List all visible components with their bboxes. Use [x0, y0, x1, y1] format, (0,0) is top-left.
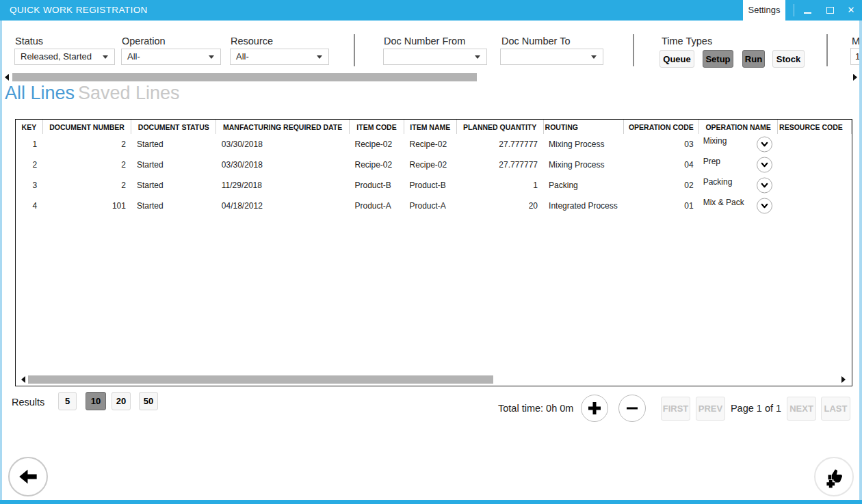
window-title: QUICK WORK REGISTRATION — [10, 0, 148, 21]
table-row[interactable]: 22Started03/30/2018Recipe-02Recipe-0227.… — [16, 155, 852, 175]
cell-routing: Integrated Process — [543, 196, 623, 216]
operation-name-text: Prep — [703, 157, 720, 166]
row-expand-chevron-button[interactable] — [757, 178, 772, 194]
h-scrollbar-thumb[interactable] — [28, 375, 493, 384]
h-scrollbar-thumb[interactable] — [12, 73, 477, 81]
increase-time-button[interactable] — [581, 395, 608, 422]
cell-planned_qty: 27.777777 — [456, 155, 543, 175]
column-header-item_name[interactable]: ITEM NAME — [404, 120, 456, 134]
cell-doc_number: 2 — [42, 155, 131, 175]
thumbs-up-plus-icon — [822, 465, 846, 488]
scroll-right-icon[interactable] — [841, 376, 846, 383]
doc-number-to-dropdown[interactable] — [500, 49, 603, 65]
table-row[interactable]: 32Started11/29/2018Product-BProduct-B1Pa… — [16, 175, 852, 196]
total-time-label: Total time: 0h 0m — [498, 403, 573, 414]
minimize-icon — [804, 12, 811, 14]
cell-item_code: Recipe-02 — [349, 134, 404, 155]
filter-divider — [633, 34, 634, 66]
cell-item_name: Product-A — [404, 196, 456, 216]
cell-req_date: 11/29/2018 — [216, 175, 350, 196]
maximize-button[interactable] — [821, 0, 839, 21]
table-header-row: KEYDOCUMENT NUMBERDOCUMENT STATUSMANFACT… — [16, 120, 852, 134]
row-expand-chevron-button[interactable] — [757, 157, 772, 173]
column-header-op_code[interactable]: OPERATION CODE — [623, 120, 699, 134]
operation-label: Operation — [122, 36, 166, 47]
column-header-doc_number[interactable]: DOCUMENT NUMBER — [42, 120, 131, 134]
cell-resource_code — [778, 155, 852, 175]
back-button[interactable] — [8, 457, 48, 496]
operation-dropdown[interactable]: All- — [121, 49, 221, 65]
results-label: Results — [12, 397, 44, 408]
scroll-left-icon[interactable] — [5, 74, 9, 81]
scroll-left-icon[interactable] — [21, 376, 25, 383]
cell-doc_status: Started — [131, 175, 216, 196]
cell-item_code: Product-B — [349, 175, 404, 196]
table-row[interactable]: 12Started03/30/2018Recipe-02Recipe-0227.… — [16, 134, 852, 155]
column-header-key[interactable]: KEY — [16, 120, 42, 134]
cell-doc_status: Started — [131, 155, 216, 175]
last-page-button[interactable]: LAST — [821, 397, 850, 421]
column-header-req_date[interactable]: MANFACTURING REQUIRED DATE — [216, 120, 350, 134]
app-window: QUICK WORK REGISTRATION Settings ✕ Statu… — [0, 0, 862, 504]
column-header-op_name[interactable]: OPERATION NAME — [699, 120, 778, 134]
row-expand-chevron-button[interactable] — [757, 198, 772, 214]
titlebar[interactable]: QUICK WORK REGISTRATION Settings ✕ — [0, 0, 862, 21]
resource-label: Resource — [231, 36, 273, 47]
page-size-20-button[interactable]: 20 — [112, 392, 131, 410]
cell-routing: Mixing Process — [543, 155, 623, 175]
column-header-resource_code[interactable]: RESOURCE CODE — [778, 120, 852, 134]
prev-page-button[interactable]: PREV — [696, 397, 725, 421]
tab-settings[interactable]: Settings — [743, 0, 785, 21]
cell-req_date: 03/30/2018 — [216, 134, 350, 155]
next-page-button[interactable]: NEXT — [787, 397, 816, 421]
work-orders-table: KEYDOCUMENT NUMBERDOCUMENT STATUSMANFACT… — [15, 119, 852, 386]
status-label: Status — [15, 36, 43, 47]
cell-resource_code — [778, 175, 852, 196]
status-dropdown[interactable]: Released, Started — [14, 49, 115, 65]
data-grid: KEYDOCUMENT NUMBERDOCUMENT STATUSMANFACT… — [16, 120, 852, 216]
close-icon: ✕ — [842, 0, 860, 21]
back-arrow-icon — [17, 466, 39, 488]
chevron-down-icon — [317, 55, 322, 59]
page-size-10-button[interactable]: 10 — [86, 392, 106, 410]
cell-req_date: 04/18/2012 — [216, 196, 350, 216]
window-border-left — [0, 21, 2, 504]
time-type-run-button[interactable]: Run — [742, 50, 765, 68]
cell-item_name: Product-B — [404, 175, 456, 196]
doc-number-from-label: Doc Number From — [384, 36, 465, 47]
time-type-setup-button[interactable]: Setup — [703, 50, 733, 68]
tab-saved-lines[interactable]: Saved Lines — [78, 83, 180, 104]
time-type-queue-button[interactable]: Queue — [659, 50, 694, 68]
column-header-doc_status[interactable]: DOCUMENT STATUS — [131, 120, 216, 134]
first-page-button[interactable]: FIRST — [661, 397, 690, 421]
filters-scrollbar[interactable] — [3, 72, 859, 82]
column-header-routing[interactable]: ROUTING — [543, 120, 623, 134]
chevron-down-icon — [760, 140, 769, 149]
row-expand-chevron-button[interactable] — [757, 137, 772, 152]
page-size-50-button[interactable]: 50 — [139, 392, 158, 410]
cell-doc_number: 101 — [42, 196, 131, 216]
operation-value: All- — [127, 49, 140, 64]
column-header-item_code[interactable]: ITEM CODE — [349, 120, 404, 134]
chevron-down-icon — [209, 55, 214, 59]
table-scrollbar[interactable] — [18, 375, 849, 384]
minimize-button[interactable] — [798, 0, 816, 21]
page-size-5-button[interactable]: 5 — [58, 392, 77, 410]
doc-number-from-dropdown[interactable] — [383, 49, 487, 65]
chevron-down-icon — [475, 55, 480, 59]
add-approve-button[interactable] — [814, 457, 854, 496]
chevron-down-icon — [760, 202, 769, 211]
decrease-time-button[interactable] — [618, 395, 646, 422]
cell-key: 3 — [16, 175, 42, 196]
resource-dropdown[interactable]: All- — [230, 49, 329, 65]
table-row[interactable]: 4101Started04/18/2012Product-AProduct-A2… — [16, 196, 852, 216]
tab-all-lines[interactable]: All Lines — [5, 83, 75, 104]
column-header-planned_qty[interactable]: PLANNED QUANTITY — [456, 120, 543, 134]
close-button[interactable]: ✕ — [842, 0, 860, 21]
scroll-right-icon[interactable] — [853, 74, 857, 81]
cell-planned_qty: 20 — [456, 196, 543, 216]
cell-op_name: Packing — [699, 175, 778, 196]
time-type-stock-button[interactable]: Stock — [772, 50, 805, 68]
chevron-down-icon — [760, 181, 769, 190]
cell-op_code: 02 — [623, 175, 699, 196]
